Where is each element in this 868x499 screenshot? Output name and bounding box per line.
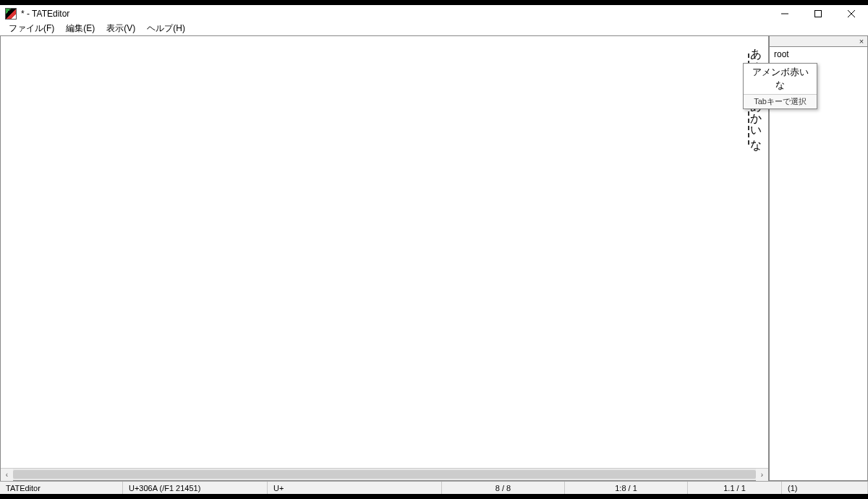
status-zoom: 1.1 / 1: [688, 482, 782, 494]
close-icon: [848, 10, 855, 17]
ime-candidate-text[interactable]: アメンボ赤いな: [744, 64, 817, 95]
app-window: * - TATEditor ファイル(F) 編集(E) 表示(V) ヘルプ(H): [0, 5, 868, 494]
ime-candidate-popup[interactable]: アメンボ赤いな Tabキーで選択: [743, 63, 817, 109]
status-unicode-prefix: U+: [268, 482, 442, 494]
maximize-icon: [814, 10, 822, 17]
menu-file[interactable]: ファイル(F): [3, 21, 60, 36]
menu-view[interactable]: 表示(V): [101, 21, 141, 36]
menu-bar: ファイル(F) 編集(E) 表示(V) ヘルプ(H): [0, 22, 868, 35]
status-bar: TATEditor U+306A (/F1 21451) U+ 8 / 8 1:…: [0, 481, 868, 494]
status-codepoint: U+306A (/F1 21451): [123, 482, 268, 494]
menu-edit[interactable]: 編集(E): [60, 21, 101, 36]
ime-hint-text: Tabキーで選択: [744, 95, 817, 108]
side-panel-header: ×: [769, 35, 868, 47]
status-paren: (1): [782, 482, 868, 494]
outer-black-bar-top: [0, 0, 868, 5]
scroll-track[interactable]: [13, 469, 756, 480]
minimize-button[interactable]: [768, 5, 801, 22]
window-controls: [768, 5, 868, 22]
scroll-left-button[interactable]: ‹: [1, 469, 13, 481]
outer-black-bar-bottom: [0, 494, 868, 499]
menu-help[interactable]: ヘルプ(H): [141, 21, 191, 36]
scroll-thumb[interactable]: [13, 470, 756, 479]
client-area: あめんぼあかいな ‹ › × root: [0, 35, 868, 481]
maximize-button[interactable]: [801, 5, 835, 22]
scroll-right-button[interactable]: ›: [756, 469, 768, 481]
editor-text-area[interactable]: あめんぼあかいな: [1, 36, 768, 468]
status-app-name: TATEditor: [0, 482, 123, 494]
editor-pane: あめんぼあかいな ‹ ›: [0, 35, 769, 481]
svg-rect-1: [815, 10, 822, 17]
status-position: 1:8 / 1: [565, 482, 688, 494]
title-bar[interactable]: * - TATEditor: [0, 5, 868, 22]
window-title: * - TATEditor: [21, 9, 69, 19]
minimize-icon: [781, 10, 788, 17]
side-panel-close-button[interactable]: ×: [856, 36, 867, 46]
side-panel-body[interactable]: root: [769, 47, 868, 481]
app-icon: [5, 8, 17, 20]
horizontal-scrollbar[interactable]: ‹ ›: [1, 468, 768, 480]
status-ratio: 8 / 8: [442, 482, 565, 494]
tree-root-label[interactable]: root: [774, 49, 789, 59]
close-button[interactable]: [835, 5, 868, 22]
text-pre-ime: あ: [750, 40, 762, 54]
